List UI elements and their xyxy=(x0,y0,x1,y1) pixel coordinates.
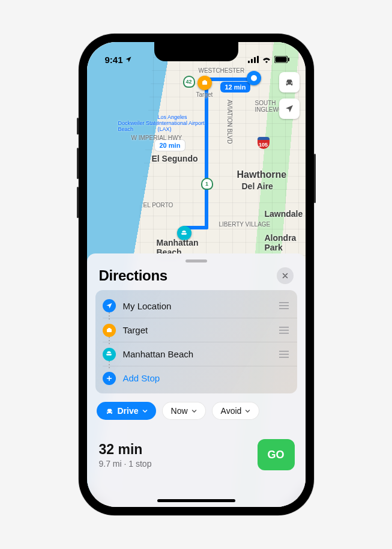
close-button[interactable] xyxy=(277,267,294,284)
map-label: AVIATION BLVD xyxy=(226,100,233,144)
state-route-shield: 42 xyxy=(183,76,195,88)
map-label: Del Aire xyxy=(242,181,273,191)
car-icon xyxy=(284,77,295,88)
pin-stop-target[interactable] xyxy=(198,76,212,90)
route-eta-badge[interactable]: 20 min xyxy=(154,139,186,151)
route-summary: 32 min 9.7 mi · 1 stop GO xyxy=(95,439,297,470)
chevron-down-icon xyxy=(142,408,148,414)
car-icon xyxy=(105,407,114,416)
status-time: 9:41 xyxy=(105,55,123,65)
transport-mode-picker[interactable]: Drive xyxy=(97,402,156,420)
map-label: El Segundo xyxy=(152,154,198,163)
home-indicator[interactable] xyxy=(157,499,235,502)
stops-list: My LocationTargetManhattan BeachAdd Stop xyxy=(95,290,297,393)
map-label: Alondra Park xyxy=(265,233,306,252)
map-label: W IMPERIAL HWY xyxy=(131,135,182,141)
map-label: LIBERTY VILLAGE xyxy=(219,221,271,228)
svg-rect-2 xyxy=(254,57,256,63)
svg-rect-3 xyxy=(257,56,259,63)
go-button-label: GO xyxy=(267,449,284,461)
add-stop-row[interactable]: Add Stop xyxy=(103,366,297,390)
svg-rect-0 xyxy=(248,61,250,63)
location-arrow-icon xyxy=(285,104,294,114)
plus-icon xyxy=(103,372,116,385)
transport-mode-label: Drive xyxy=(118,406,139,416)
stop-row[interactable]: Target xyxy=(103,318,297,342)
wifi-icon xyxy=(262,56,271,63)
stop-label: Add Stop xyxy=(123,373,160,383)
directions-sheet[interactable]: Directions My LocationTargetManhattan Be… xyxy=(87,253,306,507)
route-eta-badge[interactable]: 12 min xyxy=(220,82,251,93)
depart-time-label: Now xyxy=(171,406,188,416)
summary-details: 9.7 mi · 1 stop xyxy=(99,459,152,469)
svg-rect-1 xyxy=(251,59,253,63)
volume-down-btn xyxy=(77,187,79,218)
silent-switch xyxy=(77,118,79,135)
avoid-options-label: Avoid xyxy=(221,406,242,416)
battery-icon xyxy=(274,56,290,63)
map-label: EL PORTO xyxy=(143,202,173,208)
map-label: Lawndale xyxy=(265,209,303,219)
phone-frame: 9:41 12 min20 min xyxy=(79,34,314,515)
notch xyxy=(154,42,238,61)
location-arrow-icon xyxy=(125,56,132,63)
pin-origin[interactable] xyxy=(247,71,261,85)
stop-label: My Location xyxy=(123,301,172,311)
close-icon xyxy=(282,272,289,279)
avoid-options-picker[interactable]: Avoid xyxy=(212,402,260,420)
reorder-handle[interactable] xyxy=(279,302,289,309)
depart-time-picker[interactable]: Now xyxy=(162,402,206,420)
map-label: Hawthorne xyxy=(237,169,287,180)
map-label: Target xyxy=(196,91,213,98)
screen: 9:41 12 min20 min xyxy=(87,42,306,507)
svg-rect-8 xyxy=(204,80,206,82)
svg-rect-6 xyxy=(288,58,289,61)
map-label: Los Angeles International Airport (LAX) xyxy=(158,114,212,132)
svg-rect-10 xyxy=(108,328,110,330)
route-options: Drive Now Avoid xyxy=(97,402,297,420)
sheet-grabber[interactable] xyxy=(185,259,207,262)
reorder-handle[interactable] xyxy=(279,351,289,358)
chevron-down-icon xyxy=(245,408,250,414)
cellular-icon xyxy=(248,56,259,63)
stop-label: Manhattan Beach xyxy=(123,349,194,359)
stop-row[interactable]: My Location xyxy=(103,294,297,318)
go-button[interactable]: GO xyxy=(258,439,295,470)
sheet-title: Directions xyxy=(99,267,167,284)
stop-label: Target xyxy=(123,325,148,335)
interstate-shield: 105 xyxy=(258,137,270,149)
recenter-button[interactable] xyxy=(279,99,300,119)
summary-duration: 32 min xyxy=(99,441,152,458)
state-route-shield: 1 xyxy=(201,178,213,190)
power-btn xyxy=(314,154,316,203)
chevron-down-icon xyxy=(191,408,197,414)
stop-row[interactable]: Manhattan Beach xyxy=(103,342,297,366)
volume-up-btn xyxy=(77,148,79,179)
map-mode-button[interactable] xyxy=(279,72,300,93)
svg-rect-5 xyxy=(275,57,286,62)
reorder-handle[interactable] xyxy=(279,327,289,334)
